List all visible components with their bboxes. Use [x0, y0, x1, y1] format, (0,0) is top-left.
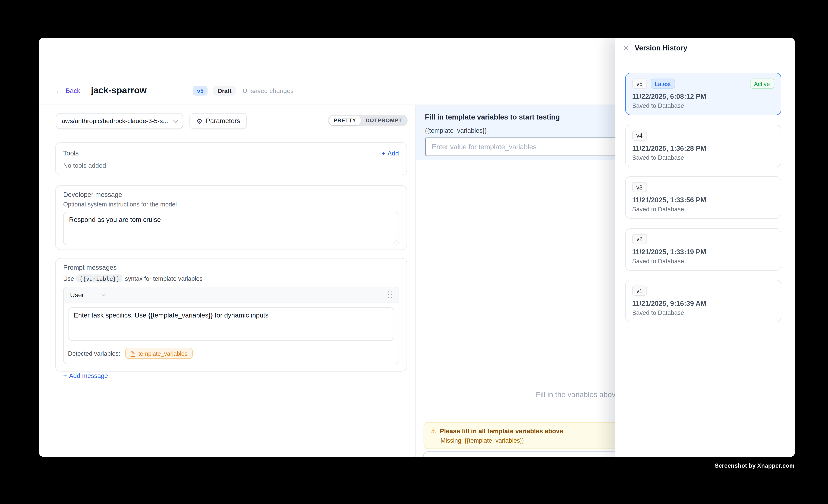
- version-badge: v5: [193, 86, 208, 96]
- variable-syntax-hint: Use {{variable}} syntax for template var…: [63, 275, 399, 282]
- version-timestamp: 11/21/2025, 1:36:28 PM: [632, 144, 774, 152]
- pencil-icon: ✎: [131, 350, 135, 356]
- version-timestamp: 11/21/2025, 1:33:19 PM: [632, 248, 774, 256]
- role-select[interactable]: User: [70, 291, 105, 298]
- parameters-button[interactable]: ⚙ Parameters: [190, 113, 247, 129]
- version-timestamp: 11/21/2025, 1:33:56 PM: [632, 196, 774, 204]
- version-status: Saved to Database: [632, 154, 774, 161]
- prompt-messages-title: Prompt messages: [63, 264, 399, 271]
- gear-icon: ⚙: [197, 118, 203, 125]
- version-history-panel: ✕ Version History v5 Latest Active 11/22…: [615, 38, 795, 457]
- version-card-v1[interactable]: v1 11/21/2025, 9:16:39 AM Saved to Datab…: [625, 280, 781, 322]
- version-chip-row: v1: [632, 286, 774, 296]
- chevron-down-icon: [173, 118, 178, 123]
- version-id-badge: v3: [632, 182, 647, 192]
- version-status: Saved to Database: [632, 309, 774, 316]
- developer-message-field-wrap: Respond as you are tom cruise: [63, 212, 399, 245]
- version-chip-row: v2: [632, 234, 774, 244]
- plus-icon: +: [382, 150, 385, 157]
- screenshot-watermark: Screenshot by Xnapper.com: [715, 462, 794, 469]
- message-block: User Enter task specifics. Use {{templat…: [63, 287, 399, 364]
- add-tool-label: Add: [387, 150, 399, 157]
- warning-title: Please fill in all template variables ab…: [440, 427, 563, 435]
- detected-variables-row: Detected variables: ✎ template_variables: [64, 345, 398, 364]
- message-field-wrap: Enter task specifics. Use {{template_var…: [68, 307, 394, 341]
- back-button[interactable]: ← Back: [55, 87, 80, 94]
- screenshot-stage: ← Back jack-sparrow v5 Draft Unsaved cha…: [0, 0, 828, 504]
- prompt-editor-column: aws/anthropic/bedrock-claude-3-5-s... ⚙ …: [38, 105, 415, 457]
- version-card-v5[interactable]: v5 Latest Active 11/22/2025, 6:08:12 PM …: [625, 73, 781, 115]
- hint-suffix: syntax for template variables: [125, 275, 203, 282]
- version-id-badge: v4: [632, 130, 647, 140]
- tools-card-header: Tools + Add: [63, 150, 399, 157]
- message-header: User: [64, 287, 398, 303]
- version-id-badge: v2: [632, 234, 647, 244]
- version-timestamp: 11/22/2025, 6:08:12 PM: [632, 92, 774, 100]
- developer-message-title: Developer message: [63, 191, 399, 198]
- developer-message-card: Developer message Optional system instru…: [55, 185, 407, 250]
- version-history-header: ✕ Version History: [615, 38, 795, 58]
- add-tool-button[interactable]: + Add: [382, 150, 399, 157]
- format-toggle: PRETTY DOTPROMPT: [328, 115, 408, 126]
- version-id-badge: v1: [632, 286, 647, 296]
- message-body: Enter task specifics. Use {{template_var…: [64, 303, 398, 345]
- variable-syntax-code: {{variable}}: [77, 275, 122, 282]
- toggle-option-pretty[interactable]: PRETTY: [329, 115, 361, 125]
- tools-card: Tools + Add No tools added: [55, 142, 407, 175]
- drag-handle-icon[interactable]: [387, 291, 392, 298]
- chevron-down-icon: [101, 292, 106, 296]
- version-card-v2[interactable]: v2 11/21/2025, 1:33:19 PM Saved to Datab…: [625, 228, 781, 270]
- tools-empty-text: No tools added: [63, 162, 399, 169]
- model-select-value: aws/anthropic/bedrock-claude-3-5-s...: [61, 117, 171, 125]
- prompt-messages-card: Prompt messages Use {{variable}} syntax …: [55, 258, 407, 372]
- back-arrow-icon: ←: [55, 87, 63, 94]
- app-window: ← Back jack-sparrow v5 Draft Unsaved cha…: [38, 38, 795, 457]
- version-card-v3[interactable]: v3 11/21/2025, 1:33:56 PM Saved to Datab…: [625, 176, 781, 219]
- latest-badge: Latest: [651, 79, 675, 89]
- developer-message-input[interactable]: Respond as you are tom cruise: [63, 212, 399, 245]
- version-id-badge: v5: [632, 79, 647, 89]
- toggle-option-dotprompt[interactable]: DOTPROMPT: [361, 115, 407, 125]
- version-list: v5 Latest Active 11/22/2025, 6:08:12 PM …: [615, 58, 795, 331]
- developer-message-subtitle: Optional system instructions for the mod…: [63, 201, 399, 208]
- version-card-v4[interactable]: v4 11/21/2025, 1:36:28 PM Saved to Datab…: [625, 124, 781, 167]
- message-input[interactable]: Enter task specifics. Use {{template_var…: [68, 307, 394, 341]
- unsaved-changes-text: Unsaved changes: [243, 87, 294, 94]
- detected-variables-label: Detected variables:: [68, 350, 120, 356]
- add-message-button[interactable]: + Add message: [63, 372, 108, 379]
- role-select-value: User: [70, 291, 84, 298]
- warning-icon: ⚠: [430, 427, 436, 435]
- version-chip-row: v4: [632, 130, 774, 140]
- detected-variable-name: template_variables: [138, 350, 188, 356]
- header-row: ← Back jack-sparrow v5 Draft Unsaved cha…: [55, 85, 294, 96]
- close-icon[interactable]: ✕: [623, 44, 629, 51]
- plus-icon: +: [63, 372, 67, 379]
- page-title: jack-sparrow: [91, 85, 147, 96]
- detected-variable-chip[interactable]: ✎ template_variables: [126, 348, 193, 359]
- add-message-row: + Add message: [63, 371, 399, 380]
- model-toolbar: aws/anthropic/bedrock-claude-3-5-s... ⚙ …: [56, 113, 247, 129]
- version-status: Saved to Database: [632, 102, 774, 109]
- tools-title: Tools: [63, 150, 79, 157]
- back-label: Back: [66, 87, 80, 94]
- version-status: Saved to Database: [632, 206, 774, 212]
- hint-prefix: Use: [63, 275, 74, 282]
- parameters-label: Parameters: [206, 117, 240, 125]
- draft-badge: Draft: [214, 86, 236, 96]
- active-badge: Active: [750, 79, 774, 89]
- version-status: Saved to Database: [632, 258, 774, 264]
- add-message-label: Add message: [69, 372, 108, 379]
- model-select[interactable]: aws/anthropic/bedrock-claude-3-5-s...: [56, 113, 183, 129]
- version-chip-row: v3: [632, 182, 774, 192]
- version-timestamp: 11/21/2025, 9:16:39 AM: [632, 299, 774, 307]
- version-history-title: Version History: [635, 44, 687, 52]
